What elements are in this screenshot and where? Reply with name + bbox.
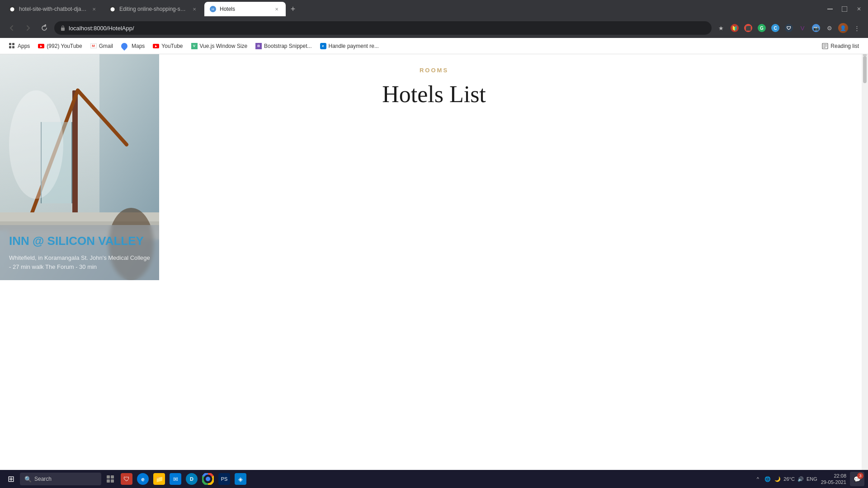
- tab-2-close[interactable]: ✕: [191, 5, 198, 13]
- taskbar-app-defender[interactable]: 🛡: [119, 472, 134, 486]
- hotel-name[interactable]: INN @ SILICON VALLEY: [9, 234, 150, 248]
- tab-1-favicon: ⬤: [9, 6, 15, 12]
- bookmark-apps-label: Apps: [18, 43, 30, 49]
- hotel-card[interactable]: INN @ SILICON VALLEY Whitefield, in Kora…: [0, 54, 159, 280]
- new-tab-button[interactable]: +: [287, 3, 299, 15]
- bookmark-maps-label: Maps: [132, 43, 145, 49]
- bookmark-bootstrap[interactable]: B Bootstrap Snippet...: [252, 41, 315, 51]
- tray-temp: 26°C: [783, 476, 795, 482]
- edge-favicon: e: [320, 43, 326, 49]
- address-text: localhost:8000/HotelApp/: [69, 25, 134, 32]
- address-input[interactable]: localhost:8000/HotelApp/: [54, 21, 712, 35]
- svg-rect-1: [842, 6, 847, 12]
- reload-button[interactable]: [38, 22, 51, 34]
- svg-rect-6: [12, 46, 14, 48]
- bookmark-star-icon[interactable]: ★: [715, 22, 727, 34]
- taskbar-search-label: Search: [34, 476, 52, 482]
- bookmark-vuejs-label: Vue.js Window Size: [200, 43, 248, 49]
- address-bar: localhost:8000/HotelApp/ ★ 🔰 ⬛ G C 🛡 V: [0, 18, 868, 38]
- tab-1-close[interactable]: ✕: [90, 5, 98, 13]
- taskbar-app-chrome[interactable]: [201, 472, 215, 486]
- svg-rect-5: [9, 46, 11, 48]
- taskbar-tray: ^ 🌐 🌙 26°C 🔊 ENG: [754, 475, 817, 483]
- bookmark-vuejs[interactable]: V Vue.js Window Size: [188, 41, 251, 51]
- lock-icon: [60, 25, 66, 31]
- bookmark-gmail[interactable]: M Gmail: [87, 41, 117, 51]
- svg-point-22: [9, 90, 63, 199]
- bookmark-yt-992-label: (992) YouTube: [47, 43, 82, 49]
- reading-list-button[interactable]: Reading list: [818, 41, 863, 51]
- page-content: ROOMS Hotels List: [0, 54, 868, 470]
- tray-arrow-icon[interactable]: ^: [754, 475, 762, 483]
- bookmark-handle-payment-label: Handle payment re...: [329, 43, 379, 49]
- taskbar-app-vscode[interactable]: ◈: [233, 472, 248, 486]
- maps-favicon: [120, 42, 129, 51]
- notification-badge: 3: [857, 473, 863, 479]
- taskbar-app-dell[interactable]: D: [184, 472, 199, 486]
- tray-network-icon[interactable]: 🌐: [764, 475, 772, 483]
- bookmark-youtube-label: YouTube: [161, 43, 183, 49]
- bookmark-bootstrap-label: Bootstrap Snippet...: [264, 43, 311, 49]
- browser-frame: ⬤ hotel-site-with-chatbot-django- ✕ ⬤ Ed…: [0, 0, 868, 54]
- bookmark-apps[interactable]: Apps: [5, 41, 33, 51]
- task-view-icon: [106, 475, 114, 483]
- tab-2[interactable]: ⬤ Editing online-shopping-system- ✕: [104, 2, 203, 16]
- youtube-favicon-1: [38, 44, 44, 48]
- maximize-button[interactable]: [839, 4, 850, 14]
- taskbar-app-mail[interactable]: ✉: [168, 472, 183, 486]
- menu-button[interactable]: ⋮: [851, 22, 863, 34]
- taskbar-search[interactable]: 🔍 Search: [20, 473, 101, 485]
- taskbar-app-terminal[interactable]: PS: [217, 472, 231, 486]
- ext-6-icon[interactable]: V: [797, 22, 808, 34]
- taskbar-clock[interactable]: 22:08 29-05-2021: [821, 473, 846, 486]
- ext-7-icon[interactable]: 📷: [810, 22, 822, 34]
- tray-volume-icon[interactable]: 🔊: [797, 475, 805, 483]
- bookmark-youtube[interactable]: YouTube: [149, 41, 186, 51]
- ext-2-icon[interactable]: ⬛: [742, 22, 754, 34]
- notification-button[interactable]: 💬 3: [850, 472, 864, 486]
- hotel-description: Whitefield, in Koramangala St. John's Me…: [9, 253, 150, 271]
- tray-lang: ENG: [807, 476, 817, 482]
- taskbar-app-explorer[interactable]: 📁: [152, 472, 166, 486]
- scrollbar-thumb[interactable]: [863, 56, 867, 83]
- tray-weather-icon[interactable]: 🌙: [774, 475, 782, 483]
- tab-3-close[interactable]: ✕: [273, 5, 280, 13]
- ext-4-icon[interactable]: C: [769, 22, 781, 34]
- reading-list-icon: [822, 43, 828, 49]
- taskbar: ⊞ 🔍 Search 🛡 e 📁 ✉ D: [0, 470, 868, 488]
- ext-5-icon[interactable]: 🛡: [783, 22, 795, 34]
- start-button[interactable]: ⊞: [4, 472, 18, 486]
- bookmarks-bar: Apps (992) YouTube M Gmail Maps YouTube …: [0, 38, 868, 54]
- task-view-button[interactable]: [103, 472, 118, 486]
- svg-rect-4: [12, 43, 14, 45]
- bookmark-yt-992[interactable]: (992) YouTube: [34, 41, 85, 51]
- tab-bar: ⬤ hotel-site-with-chatbot-django- ✕ ⬤ Ed…: [0, 0, 868, 18]
- svg-rect-25: [111, 475, 114, 479]
- ext-1-icon[interactable]: 🔰: [729, 22, 741, 34]
- forward-button[interactable]: [22, 22, 34, 34]
- minimize-button[interactable]: [825, 4, 835, 14]
- tab-3[interactable]: H Hotels ✕: [204, 2, 286, 16]
- back-button[interactable]: [5, 22, 18, 34]
- tab-2-favicon: ⬤: [109, 6, 116, 12]
- ext-3-icon[interactable]: G: [756, 22, 768, 34]
- taskbar-app-edge[interactable]: e: [136, 472, 150, 486]
- bookmark-maps[interactable]: Maps: [118, 41, 148, 51]
- page-scrollbar[interactable]: [862, 54, 868, 470]
- svg-rect-24: [107, 475, 110, 479]
- window-controls: ✕: [825, 4, 864, 14]
- apps-grid-icon: [9, 43, 15, 49]
- svg-rect-18: [71, 122, 72, 203]
- gmail-favicon: M: [90, 43, 97, 48]
- svg-point-29: [206, 477, 210, 481]
- tab-1[interactable]: ⬤ hotel-site-with-chatbot-django- ✕: [4, 2, 103, 16]
- svg-rect-2: [61, 28, 65, 31]
- svg-rect-3: [9, 43, 11, 45]
- extensions-button[interactable]: ⚙: [824, 22, 835, 34]
- clock-date: 29-05-2021: [821, 479, 846, 485]
- profile-button[interactable]: 👤: [837, 22, 849, 34]
- bookmark-gmail-label: Gmail: [99, 43, 113, 49]
- chrome-icon: [202, 473, 214, 485]
- close-button[interactable]: ✕: [854, 4, 864, 14]
- bookmark-handle-payment[interactable]: e Handle payment re...: [316, 41, 382, 51]
